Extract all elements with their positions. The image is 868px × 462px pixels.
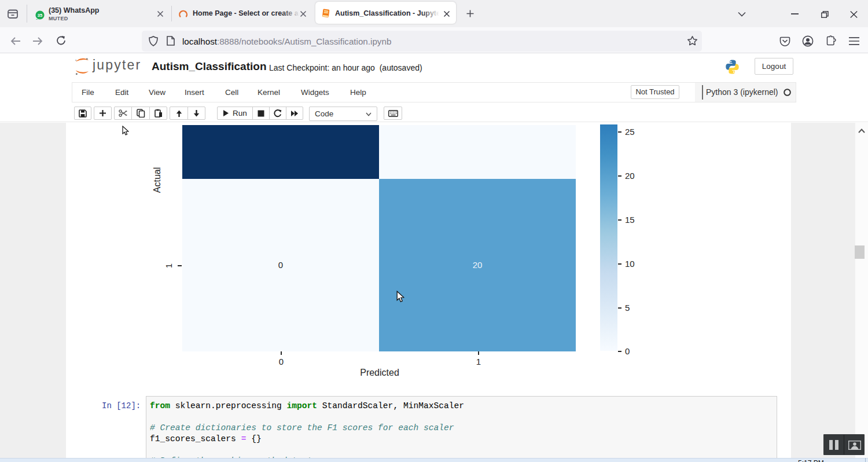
svg-text:35: 35 [38, 13, 42, 18]
